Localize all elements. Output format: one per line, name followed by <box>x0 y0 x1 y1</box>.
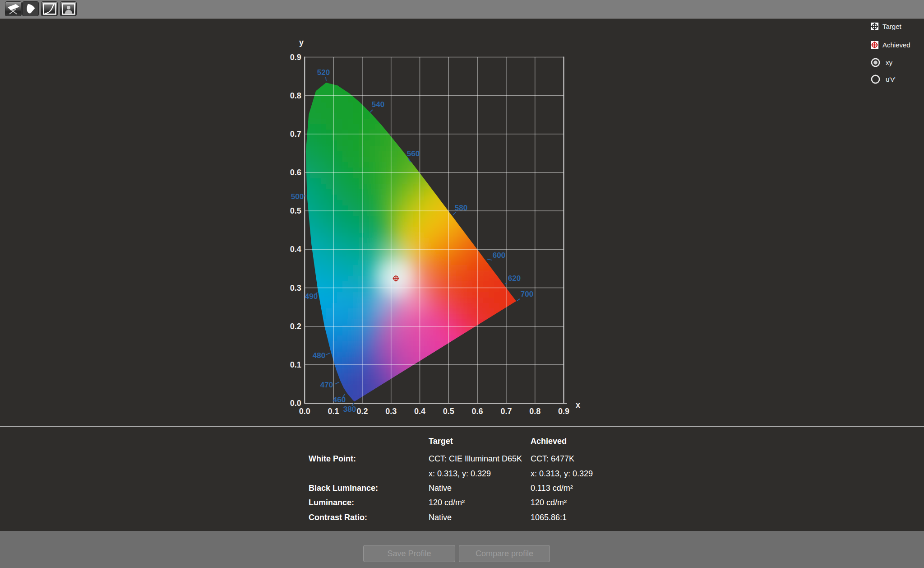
svg-text:0.1: 0.1 <box>328 407 339 416</box>
svg-text:0.5: 0.5 <box>290 206 301 215</box>
svg-text:380: 380 <box>343 405 356 414</box>
svg-text:560: 560 <box>407 149 420 158</box>
svg-text:0.2: 0.2 <box>290 322 301 331</box>
svg-text:0.0: 0.0 <box>290 399 301 408</box>
svg-text:0.6: 0.6 <box>472 407 483 416</box>
svg-text:0.8: 0.8 <box>529 407 541 416</box>
svg-text:0.4: 0.4 <box>414 407 425 416</box>
svg-text:0.5: 0.5 <box>443 407 454 416</box>
svg-text:490: 490 <box>305 292 318 301</box>
svg-text:0.4: 0.4 <box>290 245 301 254</box>
svg-text:0.7: 0.7 <box>500 407 512 416</box>
svg-text:0.7: 0.7 <box>290 130 301 139</box>
svg-text:0.9: 0.9 <box>290 53 301 62</box>
svg-text:460: 460 <box>333 396 346 404</box>
svg-text:0.1: 0.1 <box>290 360 301 369</box>
svg-text:540: 540 <box>372 100 384 109</box>
svg-text:0.3: 0.3 <box>385 407 397 416</box>
svg-text:0.9: 0.9 <box>558 407 569 416</box>
svg-text:520: 520 <box>317 68 330 77</box>
svg-text:0.6: 0.6 <box>290 168 301 177</box>
svg-text:0.2: 0.2 <box>356 407 368 416</box>
svg-text:600: 600 <box>493 251 505 260</box>
svg-text:620: 620 <box>508 274 521 283</box>
svg-text:470: 470 <box>320 381 333 389</box>
svg-text:0.8: 0.8 <box>290 91 301 100</box>
svg-text:480: 480 <box>313 351 325 360</box>
svg-text:y: y <box>299 38 304 47</box>
svg-text:500: 500 <box>291 192 304 201</box>
svg-text:0.3: 0.3 <box>290 284 301 293</box>
svg-text:x: x <box>576 400 580 410</box>
svg-text:0.0: 0.0 <box>299 407 310 416</box>
svg-text:700: 700 <box>521 290 533 298</box>
svg-text:580: 580 <box>455 204 467 212</box>
